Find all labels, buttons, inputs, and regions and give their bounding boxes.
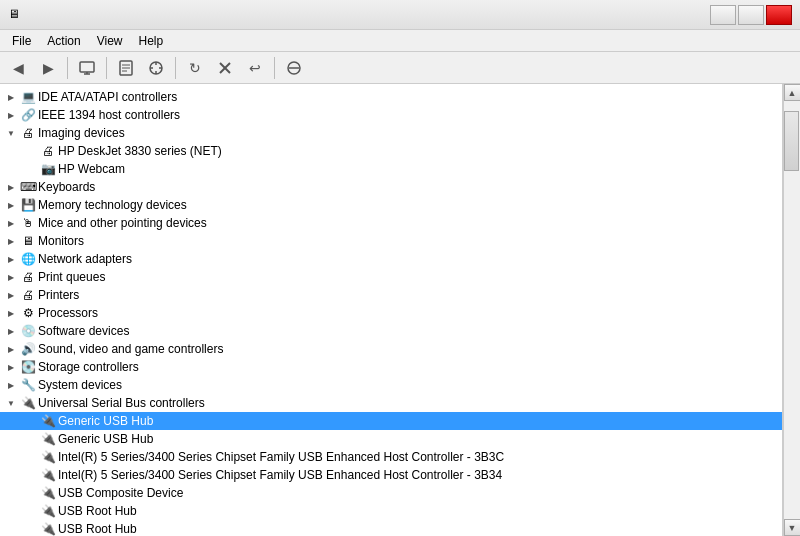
tree-item-software[interactable]: ▶💿Software devices [0,322,782,340]
tree-item-mice[interactable]: ▶🖱Mice and other pointing devices [0,214,782,232]
icon-imaging: 🖨 [20,125,36,141]
label-keyboards: Keyboards [38,180,95,194]
menu-file[interactable]: File [4,32,39,50]
label-storage: Storage controllers [38,360,139,374]
icon-system: 🔧 [20,377,36,393]
window-controls [710,5,792,25]
expand-btn-memory[interactable]: ▶ [4,197,18,213]
label-printers: Printers [38,288,79,302]
label-sound: Sound, video and game controllers [38,342,223,356]
expand-btn-print[interactable]: ▶ [4,269,18,285]
scrollbar-track[interactable] [784,101,800,519]
icon-ieee: 🔗 [20,107,36,123]
tree-item-ide[interactable]: ▶💻IDE ATA/ATAPI controllers [0,88,782,106]
tree-item-usbroot2[interactable]: 🔌USB Root Hub [0,520,782,536]
rollback-button[interactable]: ↩ [241,55,269,81]
label-intel2: Intel(R) 5 Series/3400 Series Chipset Fa… [58,468,502,482]
menu-action[interactable]: Action [39,32,88,50]
computer-button[interactable] [73,55,101,81]
icon-memory: 💾 [20,197,36,213]
tree-item-monitors[interactable]: ▶🖥Monitors [0,232,782,250]
svg-rect-0 [80,62,94,72]
icon-network: 🌐 [20,251,36,267]
label-memory: Memory technology devices [38,198,187,212]
tree-item-intel2[interactable]: 🔌Intel(R) 5 Series/3400 Series Chipset F… [0,466,782,484]
tree-item-sound[interactable]: ▶🔊Sound, video and game controllers [0,340,782,358]
device-tree[interactable]: ▶💻IDE ATA/ATAPI controllers▶🔗IEEE 1394 h… [0,84,783,536]
tree-item-memory[interactable]: ▶💾Memory technology devices [0,196,782,214]
menu-help[interactable]: Help [131,32,172,50]
expand-btn-sound[interactable]: ▶ [4,341,18,357]
tree-item-storage[interactable]: ▶💽Storage controllers [0,358,782,376]
label-generic1: Generic USB Hub [58,414,153,428]
main-content: ▶💻IDE ATA/ATAPI controllers▶🔗IEEE 1394 h… [0,84,800,536]
toolbar-separator-4 [274,57,275,79]
properties-button[interactable] [112,55,140,81]
expand-btn-ide[interactable]: ▶ [4,89,18,105]
tree-item-printers[interactable]: ▶🖨Printers [0,286,782,304]
tree-item-keyboards[interactable]: ▶⌨Keyboards [0,178,782,196]
scroll-down-button[interactable]: ▼ [784,519,801,536]
tree-item-intel1[interactable]: 🔌Intel(R) 5 Series/3400 Series Chipset F… [0,448,782,466]
icon-usbcomposite: 🔌 [40,485,56,501]
tree-item-generic2[interactable]: 🔌Generic USB Hub [0,430,782,448]
forward-button[interactable]: ▶ [34,55,62,81]
tree-item-usb[interactable]: ▼🔌Universal Serial Bus controllers [0,394,782,412]
tree-item-generic1[interactable]: 🔌Generic USB Hub [0,412,782,430]
label-usbcomposite: USB Composite Device [58,486,183,500]
scrollbar-thumb[interactable] [784,111,799,171]
label-generic2: Generic USB Hub [58,432,153,446]
menu-view[interactable]: View [89,32,131,50]
expand-btn-keyboards[interactable]: ▶ [4,179,18,195]
close-button[interactable] [766,5,792,25]
tree-item-processors[interactable]: ▶⚙Processors [0,304,782,322]
tree-item-hpwebcam[interactable]: 📷HP Webcam [0,160,782,178]
label-monitors: Monitors [38,234,84,248]
disable-button[interactable] [280,55,308,81]
tree-item-hp3830[interactable]: 🖨HP DeskJet 3830 series (NET) [0,142,782,160]
tree-item-imaging[interactable]: ▼🖨Imaging devices [0,124,782,142]
scan-button[interactable] [142,55,170,81]
expand-btn-mice[interactable]: ▶ [4,215,18,231]
icon-usb: 🔌 [20,395,36,411]
label-ieee: IEEE 1394 host controllers [38,108,180,122]
expand-btn-usb[interactable]: ▼ [4,395,18,411]
tree-item-network[interactable]: ▶🌐Network adapters [0,250,782,268]
title-bar-left: 🖥 [8,7,32,23]
scroll-up-button[interactable]: ▲ [784,84,801,101]
expand-btn-imaging[interactable]: ▼ [4,125,18,141]
uninstall-button[interactable] [211,55,239,81]
icon-sound: 🔊 [20,341,36,357]
expand-btn-monitors[interactable]: ▶ [4,233,18,249]
expand-btn-storage[interactable]: ▶ [4,359,18,375]
expand-btn-ieee[interactable]: ▶ [4,107,18,123]
back-button[interactable]: ◀ [4,55,32,81]
toolbar: ◀ ▶ ↻ ↩ [0,52,800,84]
tree-item-ieee[interactable]: ▶🔗IEEE 1394 host controllers [0,106,782,124]
tree-item-usbcomposite[interactable]: 🔌USB Composite Device [0,484,782,502]
icon-print: 🖨 [20,269,36,285]
toolbar-separator-2 [106,57,107,79]
label-imaging: Imaging devices [38,126,125,140]
maximize-button[interactable] [738,5,764,25]
tree-item-system[interactable]: ▶🔧System devices [0,376,782,394]
scrollbar[interactable]: ▲ ▼ [783,84,800,536]
expand-btn-system[interactable]: ▶ [4,377,18,393]
tree-item-print[interactable]: ▶🖨Print queues [0,268,782,286]
update-driver-button[interactable]: ↻ [181,55,209,81]
expand-btn-processors[interactable]: ▶ [4,305,18,321]
expand-btn-printers[interactable]: ▶ [4,287,18,303]
label-hp3830: HP DeskJet 3830 series (NET) [58,144,222,158]
label-hpwebcam: HP Webcam [58,162,125,176]
menu-bar: File Action View Help [0,30,800,52]
icon-generic1: 🔌 [40,413,56,429]
icon-storage: 💽 [20,359,36,375]
label-print: Print queues [38,270,105,284]
label-software: Software devices [38,324,129,338]
expand-btn-software[interactable]: ▶ [4,323,18,339]
minimize-button[interactable] [710,5,736,25]
icon-ide: 💻 [20,89,36,105]
tree-item-usbroot1[interactable]: 🔌USB Root Hub [0,502,782,520]
label-processors: Processors [38,306,98,320]
expand-btn-network[interactable]: ▶ [4,251,18,267]
